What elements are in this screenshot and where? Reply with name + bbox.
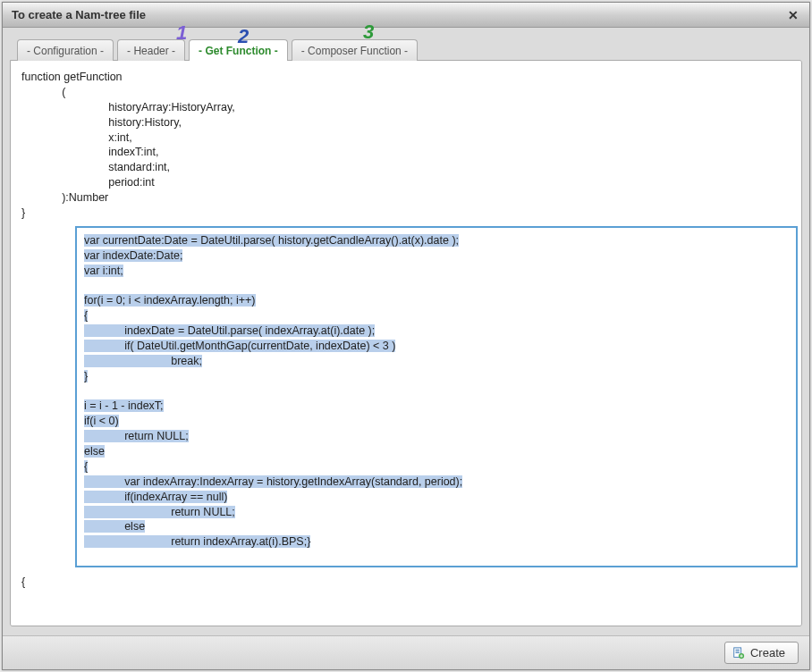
create-button-label: Create: [750, 646, 785, 659]
code-editor[interactable]: var currentDate:Date = DateUtil.parse( h…: [75, 226, 798, 567]
create-icon: [732, 647, 745, 659]
create-button[interactable]: Create: [724, 642, 799, 664]
tab-composer-function[interactable]: - Composer Function -: [292, 39, 418, 61]
title-bar: To create a Nam-tree file ✕: [3, 3, 809, 28]
dialog-window: To create a Nam-tree file ✕ 1 2 3 - Conf…: [2, 2, 810, 670]
close-icon[interactable]: ✕: [784, 6, 802, 24]
body-area: 1 2 3 - Configuration - - Header - - Get…: [3, 28, 809, 635]
svg-rect-1: [735, 649, 739, 650]
tab-get-function[interactable]: - Get Function -: [189, 39, 288, 61]
footer-bar: Create: [3, 635, 809, 669]
function-signature: function getFunction ( historyArray:Hist…: [21, 70, 791, 221]
svg-rect-2: [735, 651, 739, 651]
tab-bar: - Configuration - - Header - - Get Funct…: [10, 35, 802, 60]
svg-rect-3: [735, 652, 739, 653]
window-title: To create a Nam-tree file: [12, 8, 146, 21]
tab-header[interactable]: - Header -: [117, 39, 185, 61]
tab-configuration[interactable]: - Configuration -: [17, 39, 114, 61]
content-panel: function getFunction ( historyArray:Hist…: [10, 60, 802, 626]
svg-rect-6: [740, 655, 743, 656]
trailing-brace: {: [21, 575, 791, 590]
